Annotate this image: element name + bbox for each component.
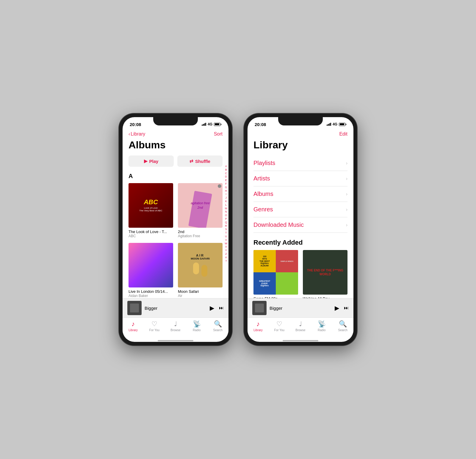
playlists-label: Playlists	[253, 160, 275, 166]
album-item-aidan[interactable]: Live In London 05/14... Aidan Baker	[129, 243, 173, 298]
tab-browse[interactable]: ♩ Browse	[167, 320, 184, 332]
album-name-aidan: Live In London 05/14...	[129, 289, 173, 294]
alpha-i[interactable]: I	[225, 193, 228, 196]
aidan-art-visual	[129, 243, 173, 287]
library-item-playlists[interactable]: Playlists ›	[253, 155, 347, 171]
album-art-aidan	[129, 243, 173, 287]
alpha-w[interactable]: W	[225, 242, 228, 245]
albums-content: Albums ▶ Play ⇄ Shuffle A	[123, 139, 228, 298]
mini-track-name: Bigger	[145, 306, 207, 311]
tab-radio-2[interactable]: 📡 Radio	[313, 320, 331, 332]
library-item-albums[interactable]: Albums ›	[253, 186, 347, 202]
edit-button[interactable]: Edit	[339, 131, 347, 137]
recently-added-grid: 100HITSTHE BESTEightiesALBUM! SIMPLE MIN…	[253, 250, 347, 298]
alpha-s[interactable]: S	[225, 228, 228, 231]
tab-library-2[interactable]: ♪ Library	[249, 320, 267, 332]
phone-1-screen: 20:08 4G ‹ Library	[123, 117, 228, 342]
status-time-2: 20:08	[255, 122, 266, 127]
alpha-m[interactable]: M	[225, 207, 228, 210]
chevron-right-downloaded: ›	[346, 222, 347, 228]
genres-label: Genres	[253, 206, 273, 213]
alpha-e[interactable]: E	[225, 179, 228, 182]
alpha-d[interactable]: D	[225, 175, 228, 178]
shuffle-button[interactable]: ⇄ Shuffle	[177, 155, 223, 167]
mini-forward-button[interactable]: ⏭	[219, 305, 224, 311]
alpha-j[interactable]: J	[225, 196, 228, 199]
library-item-artists[interactable]: Artists ›	[253, 171, 347, 186]
notch	[153, 117, 198, 125]
tab-search[interactable]: 🔍 Search	[209, 320, 227, 332]
tab-library[interactable]: ♪ Library	[124, 320, 142, 332]
alpha-k[interactable]: K	[225, 200, 228, 203]
tab-bar: ♪ Library ♡ For You ♩ Browse 📡 Radio 🔍 S…	[123, 317, 228, 339]
walking-art-visual: THE END OF THE F***ING WORLD	[303, 250, 347, 295]
alpha-hash[interactable]: #	[225, 256, 228, 259]
alpha-x[interactable]: X	[225, 245, 228, 249]
sort-button[interactable]: Sort	[214, 131, 223, 137]
alpha-y[interactable]: Y	[225, 249, 228, 252]
soma-q2: SIMPLE MINDS	[276, 250, 298, 272]
alpha-r[interactable]: R	[225, 224, 228, 228]
mini-play-button-2[interactable]: ▶	[335, 304, 339, 312]
nav-bar-2: Edit	[248, 130, 353, 139]
play-button[interactable]: ▶ Play	[129, 155, 174, 167]
sort-label: Sort	[214, 131, 223, 136]
album-name-air: Moon Safari	[178, 289, 223, 294]
tab-search-label-2: Search	[338, 328, 348, 332]
library-item-genres[interactable]: Genres ›	[253, 202, 347, 217]
album-item-abc[interactable]: ABC Look of LoveThe Very Best of ABC The…	[129, 183, 173, 238]
alpha-question[interactable]: ?	[225, 260, 228, 263]
alpha-q[interactable]: Q	[225, 221, 228, 224]
alpha-f[interactable]: F	[225, 182, 228, 186]
alpha-u[interactable]: U	[225, 235, 228, 238]
recently-item-walking[interactable]: THE END OF THE F***ING WORLD Walking All…	[303, 250, 347, 298]
mini-art-visual	[127, 301, 142, 315]
notch-2	[278, 117, 323, 125]
mini-player[interactable]: Bigger ▶ ⏭	[123, 298, 228, 317]
alpha-v[interactable]: V	[225, 238, 228, 242]
mini-player-2[interactable]: Bigger ▶ ⏭	[248, 298, 353, 317]
tab-search-label: Search	[213, 328, 223, 332]
alpha-t[interactable]: T	[225, 231, 228, 235]
tab-for-you-2[interactable]: ♡ For You	[270, 320, 288, 332]
tab-browse-2[interactable]: ♩ Browse	[292, 320, 309, 332]
tab-library-label: Library	[129, 328, 138, 332]
signal-icon-2	[327, 123, 331, 126]
alpha-l[interactable]: L	[225, 203, 228, 207]
play-label: Play	[149, 159, 159, 164]
alpha-z[interactable]: Z	[225, 252, 228, 256]
alpha-a[interactable]: A	[225, 165, 228, 168]
mini-play-button[interactable]: ▶	[210, 304, 214, 312]
tab-radio[interactable]: 📡 Radio	[188, 320, 206, 332]
album-artist-aidan: Aidan Baker	[129, 294, 173, 298]
alpha-n[interactable]: N	[225, 210, 228, 213]
alpha-c[interactable]: C	[225, 172, 228, 175]
alpha-p[interactable]: P	[225, 217, 228, 221]
home-indicator-2	[283, 340, 318, 341]
alpha-o[interactable]: O	[225, 214, 228, 217]
browse-icon-2: ♩	[299, 320, 302, 328]
recently-item-soma[interactable]: 100HITSTHE BESTEightiesALBUM! SIMPLE MIN…	[253, 250, 298, 298]
album-item-air[interactable]: AIR MOON SAFARI Moon Safari Air	[178, 243, 223, 298]
album-artist-agitation: Agitation Free	[178, 234, 223, 238]
alpha-g[interactable]: G	[225, 186, 228, 189]
library-item-downloaded[interactable]: Downloaded Music ›	[253, 217, 347, 233]
heart-icon-2: ♡	[276, 320, 282, 328]
album-grid: ABC Look of LoveThe Very Best of ABC The…	[129, 183, 223, 298]
library-list: Playlists › Artists › Albums › Genres › …	[253, 155, 347, 233]
alphabet-index[interactable]: A B C D E F G H I J K L M N O P Q R S T	[225, 165, 228, 262]
mini-forward-button-2[interactable]: ⏭	[344, 305, 349, 311]
tab-bar-2: ♪ Library ♡ For You ♩ Browse 📡 Radio 🔍 S…	[248, 317, 353, 339]
tab-search-2[interactable]: 🔍 Search	[334, 320, 352, 332]
alpha-b[interactable]: B	[225, 168, 228, 172]
soma-q1: 100HITSTHE BESTEightiesALBUM!	[253, 250, 276, 272]
walking-art: THE END OF THE F***ING WORLD	[303, 250, 347, 295]
radio-icon-2: 📡	[318, 320, 326, 328]
battery-icon	[214, 123, 221, 126]
tab-for-you[interactable]: ♡ For You	[145, 320, 163, 332]
tab-browse-label: Browse	[170, 328, 180, 332]
mini-album-art	[127, 301, 142, 315]
album-item-agitation[interactable]: agitation free2nd 2nd Agitation Free	[178, 183, 223, 238]
back-button[interactable]: ‹ Library	[129, 131, 145, 137]
alpha-h[interactable]: H	[225, 189, 228, 193]
